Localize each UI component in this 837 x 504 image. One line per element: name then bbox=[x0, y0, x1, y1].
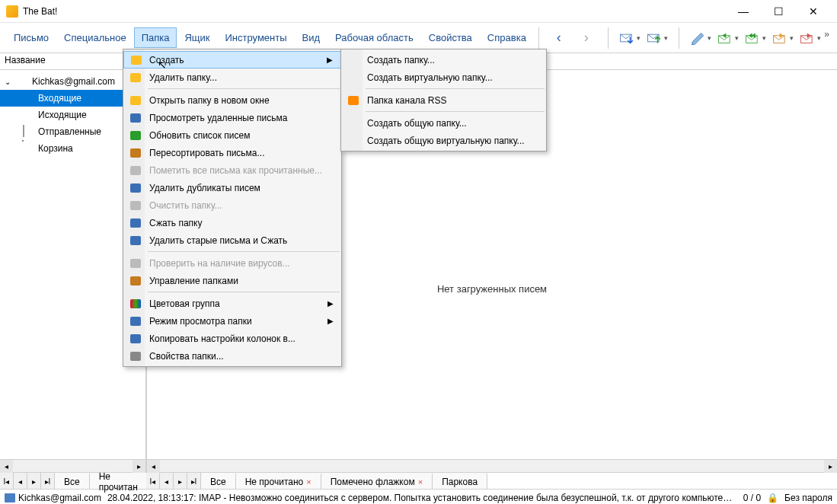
menu-item-label: Создать bbox=[149, 55, 184, 65]
refresh-icon bbox=[129, 129, 142, 142]
menu-item-label: Пересортировать письма... bbox=[149, 148, 265, 158]
menu-item-label: Создать виртуальную папку... bbox=[367, 72, 493, 83]
account-icon bbox=[5, 493, 15, 502]
forward-icon[interactable]: ▾ bbox=[772, 29, 794, 47]
sort-icon bbox=[129, 147, 142, 159]
tab-nav-last[interactable]: ▸I bbox=[187, 473, 201, 490]
menu-item-label: Удалить дубликаты писем bbox=[149, 183, 260, 193]
menu-item[interactable]: Удалить дубликаты писем bbox=[123, 179, 341, 196]
menu-tools[interactable]: Инструменты bbox=[218, 27, 295, 48]
menu-item[interactable]: Создать▶ bbox=[123, 51, 341, 69]
tab-nav-first[interactable]: I◂ bbox=[0, 473, 14, 490]
send-mail-icon[interactable]: ▾ bbox=[647, 29, 668, 47]
toolbar: ‹ › ▾ ▾ ▾ ▾ ▾ ▾ ▾ bbox=[548, 27, 821, 49]
submenu-arrow-icon: ▶ bbox=[327, 317, 334, 325]
tab-flagged[interactable]: Помечено флажком× bbox=[321, 473, 433, 489]
reply-icon[interactable]: ▾ bbox=[717, 29, 739, 47]
menu-item[interactable]: Режим просмотра папки▶ bbox=[123, 312, 341, 330]
rss-icon bbox=[347, 94, 359, 107]
menu-item[interactable]: Очистить папку... bbox=[123, 196, 341, 214]
menu-item[interactable]: Обновить список писем bbox=[123, 126, 341, 144]
menu-item[interactable]: Удалить старые письма и Сжать bbox=[123, 231, 341, 249]
menu-item[interactable]: Проверить на наличие вирусов... bbox=[123, 254, 341, 272]
menu-item[interactable]: Открыть папку в новом окне bbox=[123, 91, 341, 109]
tab-nav-prev[interactable]: ◂ bbox=[160, 473, 174, 490]
content-hscroll[interactable]: ◂▸ bbox=[147, 459, 837, 472]
menu-view[interactable]: Вид bbox=[295, 27, 328, 48]
menu-item[interactable]: Пересортировать письма... bbox=[123, 144, 341, 161]
inbox-icon bbox=[23, 92, 35, 104]
folder-label: Входящие bbox=[38, 93, 81, 104]
menu-item[interactable]: Управление папками bbox=[123, 272, 341, 289]
menu-item-label: Цветовая группа bbox=[149, 298, 220, 309]
search-icon bbox=[129, 112, 142, 124]
sent-icon bbox=[23, 126, 35, 138]
menu-item[interactable]: Создать виртуальную папку... bbox=[341, 69, 546, 86]
virus-icon bbox=[129, 257, 142, 270]
mark-icon bbox=[129, 164, 142, 177]
menu-item-label: Проверить на наличие вирусов... bbox=[149, 258, 290, 269]
menu-item[interactable]: Пометить все письма как прочитанные... bbox=[123, 161, 341, 179]
menu-item-label: Копировать настройки колонок в... bbox=[149, 333, 296, 344]
menu-item-label: Очистить папку... bbox=[149, 200, 222, 211]
menu-item[interactable]: Копировать настройки колонок в... bbox=[123, 330, 341, 347]
tab-all[interactable]: Все bbox=[201, 473, 236, 489]
menu-letter[interactable]: Письмо bbox=[6, 27, 56, 48]
menu-folder[interactable]: Папка bbox=[134, 27, 177, 48]
menu-item[interactable]: Просмотреть удаленные письма bbox=[123, 109, 341, 126]
window-title: The Bat! bbox=[23, 6, 726, 17]
menu-properties[interactable]: Свойства bbox=[421, 27, 480, 48]
tab-parked[interactable]: Паркова bbox=[433, 473, 487, 489]
folder-del-icon bbox=[129, 72, 142, 84]
nav-forward-icon[interactable]: › bbox=[576, 29, 597, 47]
tab-unread-left[interactable]: Не прочитан bbox=[90, 473, 148, 489]
view-icon bbox=[129, 315, 142, 327]
toolbar-overflow-icon[interactable]: » bbox=[824, 29, 829, 40]
menu-item-label: Свойства папки... bbox=[149, 351, 224, 362]
menu-item-label: Просмотреть удаленные письма bbox=[149, 113, 287, 123]
menu-item[interactable]: Создать общую виртуальную папку... bbox=[341, 132, 546, 149]
maximize-button[interactable]: ☐ bbox=[761, 0, 796, 23]
menu-item[interactable]: Сжать папку bbox=[123, 214, 341, 231]
tab-nav-next[interactable]: ▸ bbox=[174, 473, 187, 490]
minimize-button[interactable]: — bbox=[726, 0, 761, 23]
reply-all-icon[interactable]: ▾ bbox=[745, 29, 766, 47]
chevron-down-icon[interactable]: ⌄ bbox=[5, 78, 14, 86]
compose-icon[interactable]: ▾ bbox=[690, 29, 711, 47]
menu-item[interactable]: Создать папку... bbox=[341, 51, 546, 69]
folder-label: Исходящие bbox=[38, 110, 87, 120]
submenu-arrow-icon: ▶ bbox=[327, 299, 334, 308]
tab-unread[interactable]: Не прочитано× bbox=[236, 473, 321, 489]
trash-icon bbox=[23, 142, 35, 155]
menu-item[interactable]: Цветовая группа▶ bbox=[123, 295, 341, 312]
menu-mailbox[interactable]: Ящик bbox=[177, 27, 217, 48]
folder-open-icon bbox=[129, 94, 142, 107]
sidebar-hscroll[interactable]: ◂▸ bbox=[0, 459, 145, 472]
menu-workspace[interactable]: Рабочая область bbox=[327, 27, 421, 48]
menu-item[interactable]: Свойства папки... bbox=[123, 347, 341, 365]
folder-label: Корзина bbox=[38, 143, 73, 154]
submenu-arrow-icon: ▶ bbox=[327, 56, 333, 64]
tab-all-left[interactable]: Все bbox=[55, 473, 90, 489]
redirect-icon[interactable]: ▾ bbox=[800, 29, 821, 47]
status-lock: Без пароля bbox=[784, 493, 832, 503]
menu-help[interactable]: Справка bbox=[480, 27, 534, 48]
menu-special[interactable]: Специальное bbox=[56, 27, 134, 48]
menu-item[interactable]: Папка канала RSS bbox=[341, 91, 546, 109]
account-label: Kichkas@gmail.com bbox=[32, 76, 115, 87]
tab-nav-first[interactable]: I◂ bbox=[146, 473, 160, 490]
colors-icon bbox=[129, 298, 142, 310]
outbox-icon bbox=[23, 109, 35, 121]
close-button[interactable]: ✕ bbox=[796, 0, 831, 23]
status-message: 28.04.2022, 18:13:17: IMAP - Невозможно … bbox=[107, 493, 737, 503]
menu-item[interactable]: Удалить папку... bbox=[123, 69, 341, 86]
status-account[interactable]: Kichkas@gmail.com bbox=[5, 493, 101, 503]
tab-strip: I◂ ◂ ▸ ▸I Все Не прочитан I◂ ◂ ▸ ▸I Все … bbox=[0, 472, 837, 489]
nav-back-icon[interactable]: ‹ bbox=[548, 29, 570, 47]
titlebar: The Bat! — ☐ ✕ bbox=[0, 0, 837, 23]
receive-mail-icon[interactable]: ▾ bbox=[619, 29, 641, 47]
tab-nav-next[interactable]: ▸ bbox=[27, 473, 41, 490]
tab-nav-prev[interactable]: ◂ bbox=[14, 473, 27, 490]
menu-item[interactable]: Создать общую папку... bbox=[341, 114, 546, 132]
tab-nav-last[interactable]: ▸I bbox=[41, 473, 55, 490]
